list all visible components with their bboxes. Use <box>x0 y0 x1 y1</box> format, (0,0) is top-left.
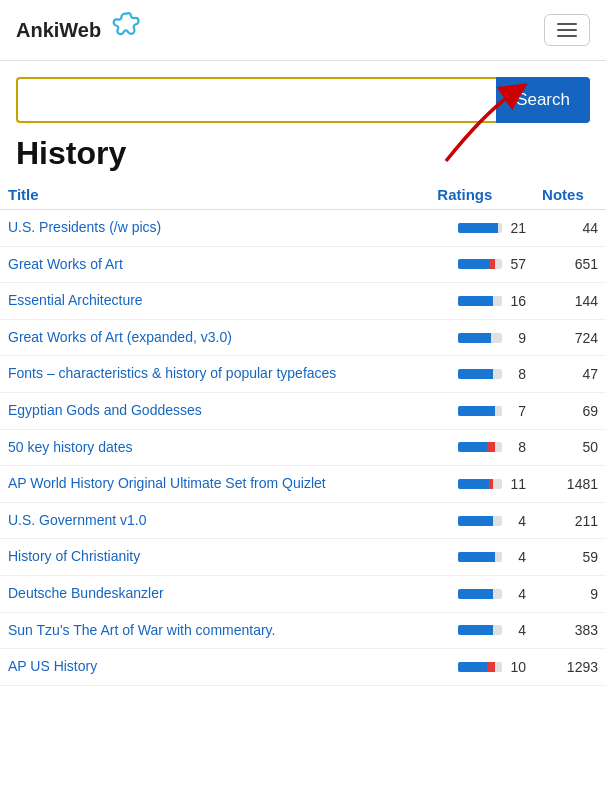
deck-link[interactable]: Egyptian Gods and Goddesses <box>8 402 202 418</box>
rating-bar-blue <box>458 662 487 672</box>
search-button[interactable]: Search <box>496 77 590 123</box>
rating-count: 7 <box>506 403 526 419</box>
hamburger-line-3 <box>557 35 577 37</box>
cell-notes: 383 <box>534 612 606 649</box>
deck-link[interactable]: U.S. Presidents (/w pics) <box>8 219 161 235</box>
cell-title: Sun Tzu's The Art of War with commentary… <box>0 612 429 649</box>
cell-ratings: 8 <box>429 356 534 393</box>
hamburger-button[interactable] <box>544 14 590 46</box>
rating-bar-red <box>487 662 496 672</box>
table-row: Great Works of Art (expanded, v3.0)9724 <box>0 319 606 356</box>
rating-bar-red <box>489 259 496 269</box>
deck-link[interactable]: Great Works of Art <box>8 256 123 272</box>
table-row: History of Christianity459 <box>0 539 606 576</box>
cell-notes: 44 <box>534 210 606 247</box>
rating-count: 4 <box>506 513 526 529</box>
col-header-ratings: Ratings <box>429 180 534 210</box>
cell-notes: 144 <box>534 283 606 320</box>
cell-ratings: 4 <box>429 575 534 612</box>
rating-bar-blue <box>458 625 493 635</box>
rating-bar-blue <box>458 589 493 599</box>
cell-notes: 9 <box>534 575 606 612</box>
rating-count: 4 <box>506 622 526 638</box>
table-row: AP US History101293 <box>0 649 606 686</box>
deck-link[interactable]: AP World History Original Ultimate Set f… <box>8 475 326 491</box>
rating-bar <box>458 406 502 416</box>
cell-title: Fonts – characteristics & history of pop… <box>0 356 429 393</box>
cell-ratings: 8 <box>429 429 534 466</box>
rating-bar-red <box>489 479 493 489</box>
cell-ratings: 4 <box>429 539 534 576</box>
deck-table: Title Ratings Notes U.S. Presidents (/w … <box>0 180 606 686</box>
cell-title: U.S. Government v1.0 <box>0 502 429 539</box>
cell-notes: 47 <box>534 356 606 393</box>
cell-ratings: 4 <box>429 612 534 649</box>
cell-ratings: 7 <box>429 392 534 429</box>
table-row: U.S. Presidents (/w pics)2144 <box>0 210 606 247</box>
deck-link[interactable]: AP US History <box>8 658 97 674</box>
rating-bar <box>458 552 502 562</box>
col-header-title: Title <box>0 180 429 210</box>
cell-title: Great Works of Art <box>0 246 429 283</box>
rating-bar-blue <box>458 479 489 489</box>
cell-ratings: 9 <box>429 319 534 356</box>
table-row: Egyptian Gods and Goddesses769 <box>0 392 606 429</box>
deck-link[interactable]: History of Christianity <box>8 548 140 564</box>
rating-count: 57 <box>506 256 526 272</box>
rating-bar-blue <box>458 369 493 379</box>
table-row: Essential Architecture16144 <box>0 283 606 320</box>
table-header: Title Ratings Notes <box>0 180 606 210</box>
cell-title: U.S. Presidents (/w pics) <box>0 210 429 247</box>
rating-bar <box>458 259 502 269</box>
table-row: Great Works of Art57651 <box>0 246 606 283</box>
cell-ratings: 57 <box>429 246 534 283</box>
cell-notes: 69 <box>534 392 606 429</box>
cell-title: Egyptian Gods and Goddesses <box>0 392 429 429</box>
cell-notes: 211 <box>534 502 606 539</box>
deck-link[interactable]: Deutsche Bundeskanzler <box>8 585 164 601</box>
deck-link[interactable]: Sun Tzu's The Art of War with commentary… <box>8 622 275 638</box>
header: AnkiWeb <box>0 0 606 61</box>
rating-bar-blue <box>458 516 493 526</box>
rating-count: 16 <box>506 293 526 309</box>
hamburger-line-2 <box>557 29 577 31</box>
rating-bar-blue <box>458 552 495 562</box>
logo-area: AnkiWeb <box>16 10 143 50</box>
deck-link[interactable]: U.S. Government v1.0 <box>8 512 147 528</box>
table-row: 50 key history dates850 <box>0 429 606 466</box>
rating-bar <box>458 223 502 233</box>
table-row: AP World History Original Ultimate Set f… <box>0 466 606 503</box>
deck-link[interactable]: Essential Architecture <box>8 292 143 308</box>
deck-link[interactable]: Great Works of Art (expanded, v3.0) <box>8 329 232 345</box>
cell-title: History of Christianity <box>0 539 429 576</box>
rating-bar-blue <box>458 296 493 306</box>
search-area: Search <box>0 61 606 131</box>
table-body: U.S. Presidents (/w pics)2144Great Works… <box>0 210 606 686</box>
table-row: Sun Tzu's The Art of War with commentary… <box>0 612 606 649</box>
cell-ratings: 11 <box>429 466 534 503</box>
cell-title: AP US History <box>0 649 429 686</box>
deck-link[interactable]: 50 key history dates <box>8 439 133 455</box>
rating-bar <box>458 333 502 343</box>
table-row: Fonts – characteristics & history of pop… <box>0 356 606 393</box>
rating-bar-blue <box>458 259 489 269</box>
cell-notes: 651 <box>534 246 606 283</box>
page-title: History <box>0 131 606 180</box>
cell-title: Deutsche Bundeskanzler <box>0 575 429 612</box>
rating-bar <box>458 662 502 672</box>
deck-link[interactable]: Fonts – characteristics & history of pop… <box>8 365 336 381</box>
col-header-notes: Notes <box>534 180 606 210</box>
rating-bar <box>458 516 502 526</box>
cell-ratings: 16 <box>429 283 534 320</box>
cell-title: AP World History Original Ultimate Set f… <box>0 466 429 503</box>
rating-bar <box>458 369 502 379</box>
rating-count: 10 <box>506 659 526 675</box>
cell-title: Essential Architecture <box>0 283 429 320</box>
search-input[interactable] <box>16 77 496 123</box>
rating-bar <box>458 589 502 599</box>
rating-bar-blue <box>458 333 491 343</box>
cell-title: Great Works of Art (expanded, v3.0) <box>0 319 429 356</box>
rating-bar <box>458 442 502 452</box>
cell-notes: 50 <box>534 429 606 466</box>
rating-bar-blue <box>458 442 487 452</box>
